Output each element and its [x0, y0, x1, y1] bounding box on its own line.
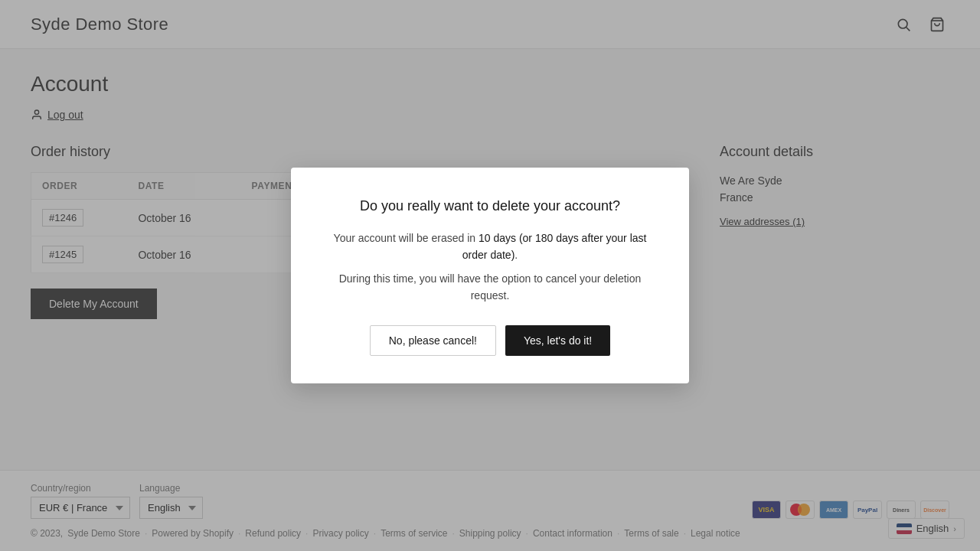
modal-confirm-button[interactable]: Yes, let's do it! [505, 325, 610, 356]
modal-body: Your account will be erased in 10 days (… [322, 230, 658, 305]
modal-body-line1: Your account will be erased in 10 days (… [322, 230, 658, 264]
modal-cancel-button[interactable]: No, please cancel! [370, 325, 496, 356]
modal-title: Do you really want to delete your accoun… [322, 198, 658, 214]
modal-actions: No, please cancel! Yes, let's do it! [322, 325, 658, 356]
modal-body-line2: During this time, you will have the opti… [322, 270, 658, 305]
delete-account-modal: Do you really want to delete your accoun… [291, 168, 689, 384]
modal-overlay: Do you really want to delete your accoun… [0, 0, 980, 551]
modal-highlight: 10 days (or 180 days after your last ord… [462, 232, 647, 261]
